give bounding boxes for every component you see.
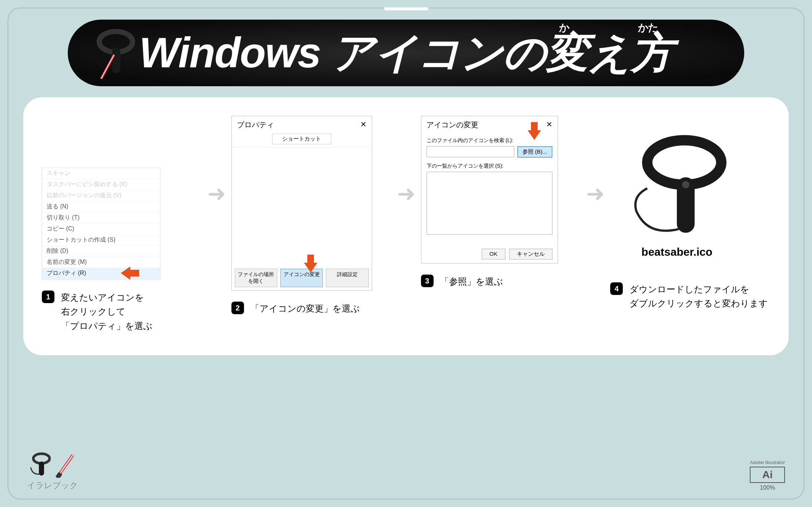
browse-button[interactable]: 参照 (B)... (517, 146, 552, 158)
step-text: ダウンロードしたファイルを ダブルクリックすると変わります (629, 282, 768, 311)
change-icon-window: アイコンの変更 ✕ このファイル内のアイコンを検索 (L): 参照 (B)...… (421, 116, 558, 263)
step-text: 変えたいアイコンを 右クリックして 「プロパティ」を選ぶ (61, 291, 153, 333)
open-location-button[interactable]: ファイルの場所を開く (235, 269, 277, 287)
controller-icon (625, 129, 729, 240)
ruby-ka: か (559, 21, 569, 35)
svg-line-10 (58, 455, 73, 476)
svg-rect-1 (112, 47, 120, 73)
window-title: プロパティ (237, 120, 274, 130)
advanced-button[interactable]: 詳細設定 (326, 269, 368, 287)
step-2: プロパティ ✕ ショートカット ファイルの場所を開く アイコンの変更 詳細設定 … (231, 116, 391, 316)
icon-list[interactable] (427, 172, 552, 235)
tab-shortcut[interactable]: ショートカット (272, 134, 331, 144)
ai-logo: Ai (750, 467, 785, 483)
header-banner: か かた Windows アイコンの変え方 (68, 20, 744, 86)
ai-percent: 100% (750, 484, 785, 491)
select-label: 下の一覧からアイコンを選択 (S): (427, 163, 552, 169)
step-text: 「参照」を選ぶ (440, 275, 503, 289)
ok-button[interactable]: OK (482, 249, 505, 259)
properties-window: プロパティ ✕ ショートカット ファイルの場所を開く アイコンの変更 詳細設定 (231, 116, 372, 291)
arrow-down-icon (528, 130, 541, 140)
ai-sub: Adobe Illustrator (750, 460, 785, 465)
menu-item[interactable]: 名前の変更 (M) (42, 257, 160, 268)
close-icon[interactable]: ✕ (546, 120, 552, 130)
ai-badge: Adobe Illustrator Ai 100% (750, 460, 785, 491)
step-3: アイコンの変更 ✕ このファイル内のアイコンを検索 (L): 参照 (B)...… (421, 116, 581, 289)
saber-icon (54, 452, 77, 478)
controller-icon (29, 452, 51, 478)
footer-logo: イラレブック (27, 452, 78, 491)
svg-line-3 (101, 55, 114, 79)
arrow-right-icon: ➜ (397, 181, 415, 207)
steps-card: スキャン タスクバーにピン留めする (K) 以前のバージョンの復元 (V) 送る… (23, 97, 789, 355)
page-title: か かた Windows アイコンの変え方 (139, 24, 673, 82)
arrow-down-icon (304, 263, 317, 272)
footer-label: イラレブック (27, 480, 78, 491)
menu-item[interactable]: 削除 (D) (42, 246, 160, 257)
step-text: 「アイコンの変更」を選ぶ (251, 302, 360, 316)
arrow-right-icon: ➜ (586, 181, 605, 207)
menu-item[interactable]: コピー (C) (42, 224, 160, 235)
step-1: スキャン タスクバーにピン留めする (K) 以前のバージョンの復元 (V) 送る… (42, 116, 202, 333)
menu-item-properties[interactable]: プロパティ (R) (42, 268, 160, 279)
arrow-right-icon: ➜ (207, 181, 226, 207)
top-notch (384, 7, 428, 10)
arrow-left-icon (121, 266, 130, 280)
ico-filename: beatsaber.ico (641, 246, 712, 258)
step-number: 2 (231, 302, 244, 314)
step-4: beatsaber.ico 4 ダウンロードしたファイルを ダブルクリックすると… (610, 116, 770, 311)
icon-path-input[interactable] (427, 146, 514, 157)
menu-item[interactable]: 切り取り (T) (42, 212, 160, 224)
step-number: 1 (42, 291, 54, 303)
menu-item[interactable]: ショートカットの作成 (S) (42, 235, 160, 246)
page-frame: か かた Windows アイコンの変え方 スキャン タスクバーにピン留めする … (7, 7, 805, 500)
step-number: 4 (610, 282, 623, 295)
menu-item[interactable]: 以前のバージョンの復元 (V) (42, 190, 160, 201)
svg-point-6 (682, 181, 689, 188)
ico-file-panel: beatsaber.ico (610, 116, 744, 271)
ruby-kata: かた (638, 21, 658, 35)
cancel-button[interactable]: キャンセル (509, 249, 552, 259)
menu-item[interactable]: 送る (N) (42, 201, 160, 212)
step-number: 3 (421, 275, 434, 287)
context-menu: スキャン タスクバーにピン留めする (K) 以前のバージョンの復元 (V) 送る… (42, 168, 160, 279)
close-icon[interactable]: ✕ (360, 120, 367, 130)
menu-item[interactable]: スキャン (42, 168, 160, 179)
menu-item[interactable]: タスクバーにピン留めする (K) (42, 179, 160, 190)
controller-icon (94, 27, 138, 79)
window-title: アイコンの変更 (427, 120, 478, 130)
svg-rect-8 (39, 461, 44, 476)
